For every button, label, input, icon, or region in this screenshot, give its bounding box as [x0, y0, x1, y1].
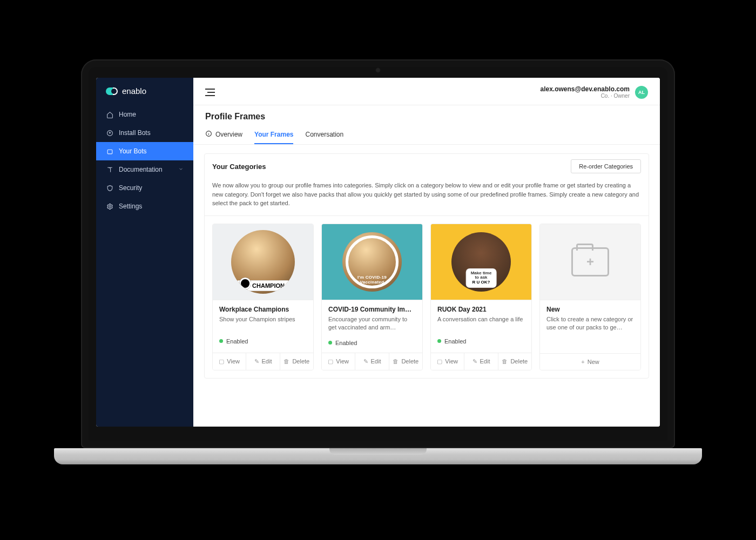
edit-icon: ✎	[473, 358, 477, 365]
gear-icon	[106, 203, 113, 210]
laptop-camera	[375, 68, 381, 73]
sidebar-item-label: Home	[119, 111, 136, 118]
new-folder-icon: +	[571, 247, 609, 276]
status-label: Enabled	[226, 338, 248, 345]
sidebar-item-your-bots[interactable]: Your Bots	[96, 142, 193, 160]
sidebar-item-label: Security	[119, 184, 142, 192]
frame-ring-text: I'm COVID-19 Vaccinated	[348, 275, 396, 286]
card-thumb: +	[540, 224, 640, 300]
chevron-down-icon	[178, 166, 184, 173]
user-menu[interactable]: alex.owens@dev.enablo.com Co. · Owner AL	[540, 85, 648, 99]
brand-logo-icon	[106, 87, 118, 95]
avatar: AL	[635, 86, 648, 99]
section-heading: Your Categories	[212, 163, 266, 171]
plus-icon: +	[581, 359, 584, 365]
sidebar-item-label: Install Bots	[119, 129, 151, 137]
brand: enablo	[96, 78, 193, 105]
tab-overview[interactable]: Overview	[205, 125, 242, 144]
tab-your-frames[interactable]: Your Frames	[254, 125, 293, 144]
laptop-bezel: enablo Home Install Bots	[81, 59, 675, 448]
topbar: alex.owens@dev.enablo.com Co. · Owner AL	[193, 78, 660, 105]
folder-icon: ▢	[437, 358, 442, 365]
card-title: COVID-19 Community Im…	[328, 306, 416, 313]
folder-icon: ▢	[328, 358, 333, 365]
card-desc: Click to create a new category or use on…	[546, 315, 634, 332]
ruok-bubble: Make time to ask R U OK?	[467, 269, 496, 287]
tab-conversation[interactable]: Conversation	[305, 125, 343, 144]
champion-badge: CHAMPION	[237, 281, 289, 291]
category-card[interactable]: CHAMPION Workplace Champions Show your C…	[212, 224, 314, 370]
sidebar-item-home[interactable]: Home	[96, 105, 193, 124]
delete-button[interactable]: 🗑Delete	[280, 353, 313, 370]
status-badge: Enabled	[219, 338, 307, 345]
collapse-sidebar-button[interactable]	[205, 89, 215, 96]
sidebar-item-label: Your Bots	[119, 147, 147, 155]
card-title: RUOK Day 2021	[437, 306, 525, 313]
status-dot-icon	[328, 341, 332, 345]
laptop-shadow	[70, 462, 686, 481]
status-dot-icon	[219, 339, 223, 343]
laptop-mockup: enablo Home Install Bots	[54, 59, 702, 481]
main-content: alex.owens@dev.enablo.com Co. · Owner AL…	[193, 78, 660, 427]
status-dot-icon	[437, 339, 441, 343]
category-card[interactable]: I'm COVID-19 Vaccinated COVID-19 Communi…	[321, 224, 423, 370]
status-badge: Enabled	[437, 338, 525, 345]
category-card-new[interactable]: + New Click to create a new category or …	[539, 224, 641, 370]
card-thumb: CHAMPION	[213, 224, 313, 300]
status-label: Enabled	[444, 338, 466, 345]
trash-icon: 🗑	[284, 358, 289, 364]
card-desc: Show your Champion stripes	[219, 315, 307, 330]
page-title: Profile Frames	[193, 105, 660, 125]
bot-icon	[106, 148, 113, 155]
view-button[interactable]: ▢View	[213, 353, 246, 370]
home-icon	[106, 111, 113, 118]
brand-name: enablo	[122, 86, 146, 96]
category-card[interactable]: Make time to ask R U OK? RUOK Day 2021	[430, 224, 532, 370]
tab-label: Your Frames	[254, 131, 293, 138]
sidebar-item-label: Documentation	[119, 166, 163, 173]
status-badge: Enabled	[328, 340, 416, 346]
sidebar-item-settings[interactable]: Settings	[96, 197, 193, 215]
card-title: New	[546, 306, 634, 313]
card-desc: A conversation can change a life	[437, 315, 525, 330]
trash-icon: 🗑	[393, 358, 399, 364]
user-role: Co. · Owner	[540, 93, 630, 99]
svg-point-2	[109, 205, 110, 207]
plus-icon: +	[586, 254, 594, 269]
reorder-categories-button[interactable]: Re-order Categories	[571, 159, 641, 173]
trash-icon: 🗑	[502, 358, 508, 364]
tab-label: Overview	[215, 131, 242, 138]
edit-icon: ✎	[363, 358, 368, 365]
view-button[interactable]: ▢View	[322, 353, 355, 370]
card-title: Workplace Champions	[219, 306, 307, 313]
sidebar-item-label: Settings	[119, 202, 142, 210]
download-icon	[106, 130, 113, 137]
user-email: alex.owens@dev.enablo.com	[540, 85, 630, 93]
sidebar-item-install-bots[interactable]: Install Bots	[96, 124, 193, 142]
laptop-base	[54, 448, 702, 464]
cards-grid: CHAMPION Workplace Champions Show your C…	[205, 216, 649, 378]
edit-button[interactable]: ✎Edit	[355, 353, 388, 370]
tab-label: Conversation	[305, 131, 343, 138]
edit-icon: ✎	[254, 358, 259, 365]
delete-button[interactable]: 🗑Delete	[498, 353, 531, 370]
edit-button[interactable]: ✎Edit	[464, 353, 497, 370]
new-button[interactable]: + New	[540, 354, 640, 370]
app-screen: enablo Home Install Bots	[96, 78, 660, 427]
book-icon	[106, 166, 113, 173]
categories-section: Your Categories Re-order Categories We n…	[204, 153, 649, 378]
tabs: Overview Your Frames Conversation	[193, 125, 660, 145]
view-button[interactable]: ▢View	[431, 353, 464, 370]
sidebar-item-documentation[interactable]: Documentation	[96, 160, 193, 179]
svg-rect-1	[107, 150, 112, 154]
card-desc: Encourage your community to get vaccinat…	[328, 315, 416, 332]
edit-button[interactable]: ✎Edit	[246, 353, 279, 370]
info-icon	[205, 130, 212, 139]
status-label: Enabled	[335, 340, 357, 346]
sidebar-item-security[interactable]: Security	[96, 179, 193, 197]
sidebar: enablo Home Install Bots	[96, 78, 193, 427]
card-thumb: I'm COVID-19 Vaccinated	[322, 224, 422, 300]
section-description: We now allow you to group our profile fr…	[205, 179, 649, 216]
delete-button[interactable]: 🗑Delete	[389, 353, 422, 370]
card-thumb: Make time to ask R U OK?	[431, 224, 531, 300]
